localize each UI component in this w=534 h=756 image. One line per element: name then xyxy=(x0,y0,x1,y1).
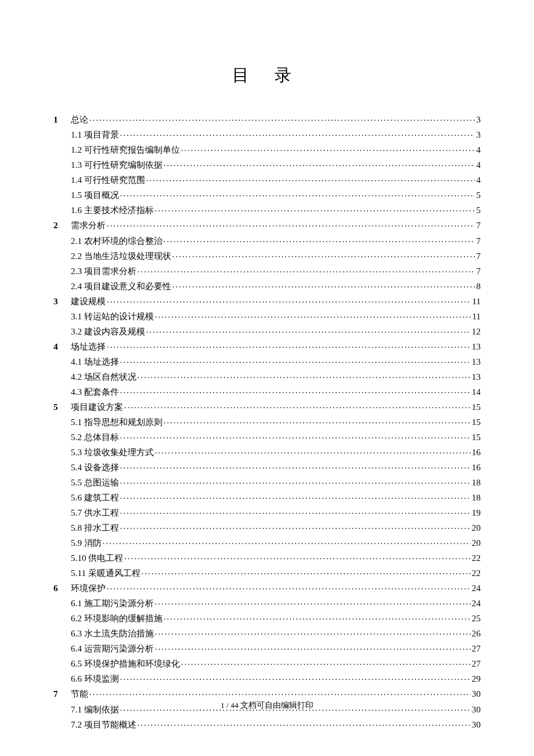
toc-entry-label: 1.4 可行性研究范围 xyxy=(71,175,145,184)
toc-leader-dots xyxy=(155,628,471,636)
toc-leader-dots xyxy=(120,492,471,501)
toc-leader-dots xyxy=(124,401,471,410)
toc-leader-dots xyxy=(146,326,471,334)
document-page: 目 录 1总论31.1 项目背景31.2 可行性研究报告编制单位41.3 可行性… xyxy=(0,0,534,729)
toc-leader-dots xyxy=(138,265,475,273)
toc-entry-page: 8 xyxy=(476,282,481,290)
toc-entry-label: 5.3 垃圾收集处理方式 xyxy=(71,448,154,456)
toc-entry-page: 26 xyxy=(472,629,481,638)
toc-entry-page: 4 xyxy=(476,160,481,169)
toc-entry: 6.1 施工期污染源分析24 xyxy=(53,597,481,607)
toc-title: 目 录 xyxy=(53,64,481,87)
toc-entry-page: 4 xyxy=(476,145,481,154)
toc-entry-label: 环境保护 xyxy=(71,584,106,592)
toc-entry-label: 建设规模 xyxy=(71,297,106,305)
toc-entry-page: 27 xyxy=(472,644,481,653)
toc-entry: 2.3 项目需求分析7 xyxy=(53,265,481,275)
toc-leader-dots xyxy=(120,431,471,440)
toc-entry-page: 18 xyxy=(472,493,481,502)
toc-entry-label: 5.5 总图运输 xyxy=(71,478,119,487)
toc-entry-page: 19 xyxy=(472,508,481,517)
toc-entry-page: 16 xyxy=(472,463,481,471)
toc-entry: 1.1 项目背景3 xyxy=(53,129,481,139)
toc-entry-page: 7 xyxy=(476,221,481,229)
toc-entry: 2.4 项目建设意义和必要性8 xyxy=(53,280,481,290)
toc-leader-dots xyxy=(120,477,471,485)
toc-entry-label: 7.2 项目节能概述 xyxy=(71,720,136,729)
toc-entry: 5.5 总图运输18 xyxy=(53,477,481,487)
toc-entry-page: 3 xyxy=(476,130,481,139)
toc-leader-dots xyxy=(89,688,471,697)
toc-entry-page: 13 xyxy=(472,342,481,351)
toc-leader-dots xyxy=(164,159,475,168)
toc-entry-label: 4.1 场址选择 xyxy=(71,357,119,366)
toc-entry-label: 4.3 配套条件 xyxy=(71,387,119,396)
toc-entry-page: 7 xyxy=(476,236,481,245)
toc-entry-page: 18 xyxy=(472,478,481,487)
toc-entry-page: 13 xyxy=(472,357,481,366)
toc-leader-dots xyxy=(107,341,471,350)
toc-entry-label: 节能 xyxy=(71,689,88,698)
toc-entry-label: 5.1 指导思想和规划原则 xyxy=(71,417,163,426)
toc-entry-label: 5.2 总体目标 xyxy=(71,433,119,441)
toc-entry-page: 14 xyxy=(472,387,481,396)
toc-entry-label: 1.6 主要技术经济指标 xyxy=(71,206,154,214)
toc-entry-label: 需求分析 xyxy=(71,221,106,229)
toc-chapter-number: 5 xyxy=(53,402,71,412)
toc-leader-dots xyxy=(155,643,471,651)
toc-entry: 5.2 总体目标15 xyxy=(53,431,481,441)
toc-entry-label: 2.3 项目需求分析 xyxy=(71,267,136,275)
toc-entry: 2.2 当地生活垃圾处理现状7 xyxy=(53,250,481,260)
toc-entry-label: 3.1 转运站的设计规模 xyxy=(71,312,154,321)
toc-entry: 3.1 转运站的设计规模11 xyxy=(53,311,481,321)
toc-entry-page: 15 xyxy=(472,417,481,426)
toc-entry-label: 5.11 采暖通风工程 xyxy=(71,568,140,577)
toc-chapter-number: 1 xyxy=(53,115,71,124)
toc-entry-page: 13 xyxy=(472,372,481,381)
toc-chapter-number: 2 xyxy=(53,221,71,230)
toc-list: 1总论31.1 项目背景31.2 可行性研究报告编制单位41.3 可行性研究编制… xyxy=(53,114,481,729)
toc-entry-label: 5.9 消防 xyxy=(71,538,102,547)
toc-leader-dots xyxy=(103,537,471,546)
toc-entry: 1.5 项目概况5 xyxy=(53,189,481,199)
toc-entry-page: 24 xyxy=(472,599,481,607)
toc-leader-dots xyxy=(107,219,475,228)
toc-entry: 4.2 场区自然状况13 xyxy=(53,371,481,381)
toc-entry-label: 场址选择 xyxy=(71,342,106,351)
page-footer: 1 / 44 文档可自由编辑打印 xyxy=(0,700,534,711)
toc-entry-page: 7 xyxy=(476,267,481,275)
toc-entry-page: 20 xyxy=(472,538,481,547)
toc-entry: 5.8 排水工程20 xyxy=(53,522,481,532)
toc-leader-dots xyxy=(120,462,471,470)
toc-entry: 1总论3 xyxy=(53,114,481,124)
toc-entry: 1.4 可行性研究范围4 xyxy=(53,174,481,184)
toc-entry-page: 3 xyxy=(476,115,481,124)
toc-entry-label: 6.5 环境保护措施和环境绿化 xyxy=(71,659,180,668)
toc-entry-label: 总论 xyxy=(71,115,88,124)
toc-entry-label: 4.2 场区自然状况 xyxy=(71,372,136,381)
toc-leader-dots xyxy=(120,129,475,138)
toc-entry-label: 5.7 供水工程 xyxy=(71,508,119,517)
toc-leader-dots xyxy=(172,280,475,289)
toc-entry: 5.7 供水工程19 xyxy=(53,507,481,517)
toc-leader-dots xyxy=(107,295,471,304)
toc-leader-dots xyxy=(164,235,475,243)
toc-leader-dots xyxy=(120,507,471,516)
toc-entry-page: 20 xyxy=(472,523,481,532)
toc-leader-dots xyxy=(138,371,471,380)
toc-leader-dots xyxy=(120,386,471,395)
toc-entry-label: 2.2 当地生活垃圾处理现状 xyxy=(71,251,171,260)
toc-entry: 6.3 水土流失防治措施26 xyxy=(53,628,481,638)
toc-leader-dots xyxy=(142,567,471,576)
toc-entry-page: 25 xyxy=(472,614,481,622)
toc-entry-label: 2.4 项目建设意义和必要性 xyxy=(71,282,171,290)
toc-entry: 1.6 主要技术经济指标5 xyxy=(53,204,481,214)
toc-leader-dots xyxy=(155,204,475,213)
toc-leader-dots xyxy=(138,718,471,727)
toc-entry: 7.2 项目节能概述30 xyxy=(53,718,481,728)
toc-leader-dots xyxy=(181,658,471,667)
toc-entry: 5项目建设方案15 xyxy=(53,401,481,412)
toc-leader-dots xyxy=(155,447,471,455)
toc-entry-page: 16 xyxy=(472,448,481,456)
toc-entry-label: 1.2 可行性研究报告编制单位 xyxy=(71,145,180,154)
